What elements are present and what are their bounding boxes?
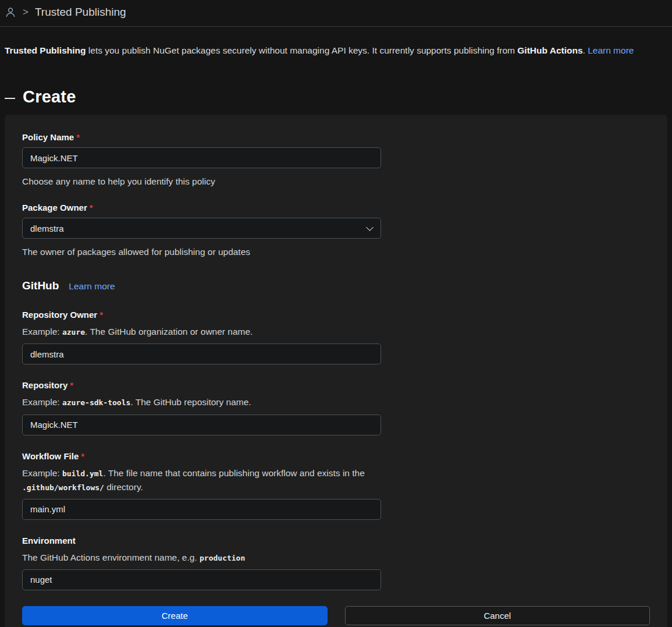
workflow-file-label: Workflow File*: [22, 451, 381, 461]
repository-owner-group: Repository Owner* Example: azure. The Gi…: [22, 310, 381, 364]
intro-bold-lead: Trusted Publishing: [5, 45, 86, 55]
github-learn-more-link[interactable]: Learn more: [69, 281, 115, 292]
example-code: azure: [62, 328, 85, 336]
required-asterisk: *: [76, 132, 80, 142]
repository-owner-label: Repository Owner*: [22, 310, 381, 320]
workflow-file-example: Example: build.yml. The file name that c…: [22, 466, 381, 494]
collapse-icon[interactable]: [5, 98, 15, 99]
policy-name-label: Policy Name*: [22, 132, 381, 142]
create-button[interactable]: Create: [22, 606, 328, 625]
required-asterisk: *: [70, 380, 73, 390]
environment-help: The GitHub Actions environment name, e.g…: [22, 551, 381, 565]
required-asterisk: *: [99, 310, 103, 320]
package-owner-label: Package Owner*: [22, 203, 381, 212]
create-policy-panel: Policy Name* Choose any name to help you…: [5, 115, 667, 627]
repository-label: Repository*: [22, 380, 381, 390]
example-code: build.yml: [62, 469, 103, 478]
form-actions: Create Cancel: [22, 606, 650, 625]
environment-input[interactable]: [22, 569, 381, 590]
environment-group: Environment The GitHub Actions environme…: [22, 536, 381, 590]
package-owner-select-wrap: dlemstra: [22, 218, 381, 239]
breadcrumb-current: Trusted Publishing: [35, 6, 126, 19]
intro-text: Trusted Publishing lets you publish NuGe…: [5, 44, 667, 57]
repository-group: Repository* Example: azure-sdk-tools. Th…: [22, 380, 381, 435]
cancel-button[interactable]: Cancel: [345, 606, 650, 625]
intro-period: .: [583, 45, 588, 55]
github-section-header: GitHub Learn more: [22, 279, 650, 292]
example-code: production: [200, 554, 245, 562]
example-code: azure-sdk-tools: [62, 398, 130, 407]
policy-name-input[interactable]: [22, 147, 381, 168]
required-asterisk: *: [90, 203, 93, 212]
person-icon[interactable]: [5, 6, 16, 18]
trusted-publishing-page: > Trusted Publishing Trusted Publishing …: [0, 0, 672, 627]
repository-owner-input[interactable]: [22, 343, 381, 364]
package-owner-group: Package Owner* dlemstra The owner of pac…: [22, 203, 381, 257]
required-asterisk: *: [81, 451, 84, 461]
intro-text-mid: lets you publish NuGet packages securely…: [86, 45, 518, 55]
workflow-file-group: Workflow File* Example: build.yml. The f…: [22, 451, 381, 520]
environment-label: Environment: [22, 536, 381, 545]
policy-name-help: Choose any name to help you identify thi…: [22, 176, 381, 187]
package-owner-help: The owner of packages allowed for publis…: [22, 247, 381, 257]
example-code: .github/workflows/: [22, 483, 104, 492]
breadcrumb: > Trusted Publishing: [0, 0, 672, 27]
breadcrumb-separator: >: [23, 6, 29, 18]
intro-bold-tail: GitHub Actions: [517, 45, 582, 55]
create-section-title: Create: [23, 87, 76, 107]
repository-example: Example: azure-sdk-tools. The GitHub rep…: [22, 395, 381, 409]
workflow-file-input[interactable]: [22, 499, 381, 520]
intro-learn-more-link[interactable]: Learn more: [588, 45, 634, 55]
github-section-title: GitHub: [22, 279, 59, 292]
create-section-header: Create: [5, 87, 667, 107]
repository-input[interactable]: [22, 415, 381, 435]
package-owner-select[interactable]: dlemstra: [22, 218, 381, 239]
policy-name-group: Policy Name* Choose any name to help you…: [22, 132, 381, 187]
repository-owner-example: Example: azure. The GitHub organization …: [22, 325, 381, 339]
